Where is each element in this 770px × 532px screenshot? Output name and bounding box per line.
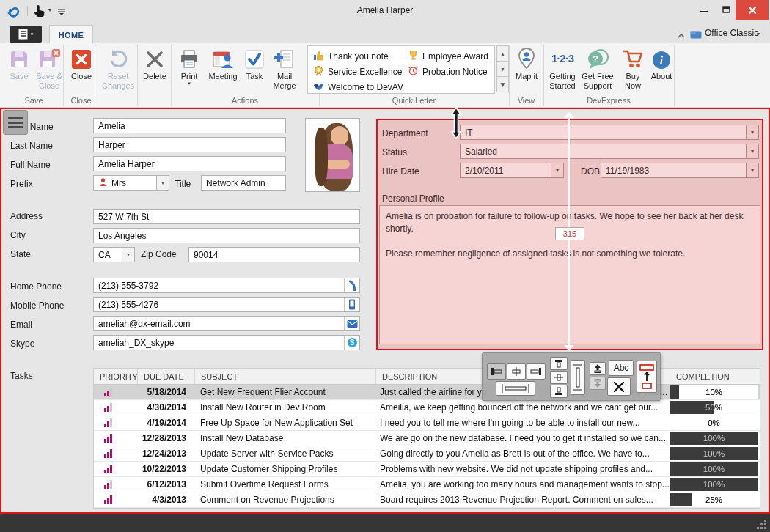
- skin-selector[interactable]: Office Classic: [705, 28, 758, 38]
- align-center-vertical-button[interactable]: [550, 371, 568, 384]
- skype-field[interactable]: ameliah_DX_skype S: [93, 335, 360, 350]
- close-window-button[interactable]: [736, 0, 769, 20]
- one-two-three-icon: 1·2·3: [546, 45, 579, 70]
- stretch-vertical-button[interactable]: [571, 360, 585, 395]
- call-phone-icon[interactable]: [344, 278, 359, 292]
- about-button[interactable]: i About: [648, 45, 675, 81]
- chevron-down-icon[interactable]: ▾: [746, 163, 758, 177]
- align-right-button[interactable]: [527, 363, 546, 380]
- email-envelope-icon[interactable]: [344, 317, 359, 330]
- chevron-down-icon[interactable]: ▾: [746, 125, 758, 139]
- mobile-phone-icon[interactable]: [344, 298, 359, 311]
- buy-now-button[interactable]: Buy Now: [617, 45, 648, 91]
- title-label: Title: [175, 179, 191, 189]
- gallery-scroll-buttons: ▲ ▼ ▬▼: [496, 45, 509, 94]
- align-top-button[interactable]: [550, 357, 568, 370]
- mobile-phone-field[interactable]: (213) 555-4276: [93, 297, 360, 312]
- quick-letter-probation-notice[interactable]: Probation Notice: [408, 65, 488, 78]
- insert-layout-item-button[interactable]: [637, 361, 657, 393]
- layout-customization-menu-button[interactable]: [3, 110, 28, 135]
- table-row[interactable]: 10/22/2013 Update Customer Shipping Prof…: [94, 462, 760, 477]
- gallery-scroll-up-button[interactable]: ▲: [496, 45, 509, 62]
- table-row[interactable]: 12/24/2013 Update Server with Service Pa…: [94, 446, 760, 462]
- layout-customization-toolbar: Abc: [482, 352, 661, 401]
- table-row[interactable]: 4/3/2013 Comment on Revenue Projections …: [94, 492, 760, 508]
- quick-letter-service-excellence[interactable]: Service Excellence: [313, 65, 402, 78]
- employee-photo[interactable]: [305, 118, 360, 192]
- chevron-down-icon[interactable]: ▾: [122, 248, 134, 262]
- completion-cell: 100%: [670, 462, 758, 476]
- align-center-horizontal-button[interactable]: [507, 363, 526, 380]
- hire-date-picker[interactable]: 2/10/2011▾: [460, 163, 564, 178]
- table-row[interactable]: 6/12/2013 Submit Overtime Request Forms …: [94, 477, 760, 492]
- align-bottom-button[interactable]: [550, 385, 568, 398]
- tab-home[interactable]: HOME: [49, 25, 93, 44]
- table-row[interactable]: 4/19/2014 Free Up Space for New Applicat…: [94, 415, 760, 431]
- column-header-subject[interactable]: SUBJECT: [194, 369, 375, 384]
- close-toolbar-button[interactable]: [607, 377, 631, 396]
- mail-merge-button[interactable]: Mail Merge: [268, 45, 301, 91]
- task-button[interactable]: Task: [241, 45, 268, 81]
- chevron-down-icon[interactable]: ▾: [746, 144, 758, 158]
- quick-letter-gallery: Thank you note Service Excellence Welcom…: [307, 45, 495, 94]
- completion-cell: 50%: [670, 400, 758, 415]
- group-caption-devexpress: DevExpress: [543, 96, 674, 105]
- delete-button[interactable]: Delete: [139, 45, 171, 81]
- department-combobox[interactable]: IT▾: [460, 125, 759, 140]
- save-button[interactable]: Save: [4, 45, 34, 81]
- department-label: Department: [382, 128, 428, 138]
- print-button[interactable]: Print▾: [173, 45, 205, 86]
- column-header-priority[interactable]: PRIORITY: [94, 369, 137, 384]
- getting-started-button[interactable]: 1·2·3 Getting Started: [546, 45, 579, 91]
- toggle-label-button[interactable]: Abc: [609, 360, 634, 376]
- move-up-button[interactable]: [590, 362, 606, 375]
- email-label: Email: [10, 319, 32, 330]
- email-field[interactable]: ameliah@dx-email.com: [93, 316, 360, 331]
- column-header-completion[interactable]: COMPLETION: [670, 369, 758, 384]
- full-name-field[interactable]: Amelia Harper: [93, 156, 286, 171]
- quick-letter-employee-award[interactable]: Employee Award: [408, 50, 488, 63]
- status-combobox[interactable]: Salaried▾: [460, 144, 759, 159]
- column-header-due-date[interactable]: DUE DATE: [137, 369, 194, 384]
- reset-changes-button[interactable]: Reset Changes: [99, 45, 137, 91]
- table-row[interactable]: 4/30/2014 Install New Router in Dev Room…: [94, 400, 760, 415]
- close-record-button[interactable]: Close: [65, 45, 98, 81]
- minimize-button[interactable]: [693, 0, 715, 20]
- prefix-combobox[interactable]: Mrs ▾: [93, 175, 169, 191]
- subject-cell: Install New Router in Dev Room: [194, 400, 375, 415]
- floppy-disk-close-icon: [34, 45, 65, 70]
- quick-letter-thank-you[interactable]: Thank you note: [313, 50, 389, 63]
- map-it-button[interactable]: Map it: [511, 45, 542, 81]
- address-field[interactable]: 527 W 7th St: [93, 209, 360, 224]
- title-field[interactable]: Network Admin: [201, 175, 286, 191]
- stretch-horizontal-button[interactable]: [496, 381, 535, 396]
- gallery-scroll-down-button[interactable]: ▼: [496, 61, 509, 77]
- maximize-button[interactable]: [715, 0, 736, 20]
- gallery-dropdown-button[interactable]: ▬▼: [496, 76, 509, 92]
- meeting-button[interactable]: Meeting: [205, 45, 241, 81]
- chevron-down-icon[interactable]: ▾: [551, 163, 563, 177]
- chevron-down-icon[interactable]: ▾: [156, 176, 169, 190]
- get-free-support-button[interactable]: ? Get Free Support: [579, 45, 616, 91]
- align-left-button[interactable]: [487, 363, 506, 380]
- collapse-ribbon-icon[interactable]: [677, 29, 686, 43]
- skin-icon[interactable]: [690, 29, 702, 42]
- table-row[interactable]: 12/28/2013 Install New Database We are g…: [94, 431, 760, 446]
- dob-picker[interactable]: 11/19/1983▾: [601, 163, 759, 178]
- first-name-field[interactable]: Amelia: [93, 118, 286, 133]
- last-name-field[interactable]: Harper: [93, 137, 286, 152]
- quick-letter-welcome[interactable]: Welcome to DevAV: [313, 81, 403, 94]
- application-menu-button[interactable]: ▾: [10, 26, 42, 43]
- skype-icon[interactable]: S: [344, 336, 359, 350]
- completion-cell: 100%: [670, 446, 758, 461]
- zip-field[interactable]: 90014: [188, 247, 360, 262]
- dropdown-caret-icon[interactable]: ▾: [757, 31, 760, 37]
- save-and-close-button[interactable]: Save & Close: [34, 45, 65, 91]
- move-down-button[interactable]: [590, 377, 606, 390]
- state-combobox[interactable]: CA▾: [93, 247, 135, 262]
- subject-cell: Free Up Space for New Application Set: [194, 415, 375, 430]
- home-phone-field[interactable]: (213) 555-3792: [93, 278, 360, 293]
- city-field[interactable]: Los Angeles: [93, 228, 360, 243]
- personal-profile-memo[interactable]: Amelia is on probation for failure to fo…: [379, 205, 760, 344]
- checkmark-icon: [241, 45, 268, 70]
